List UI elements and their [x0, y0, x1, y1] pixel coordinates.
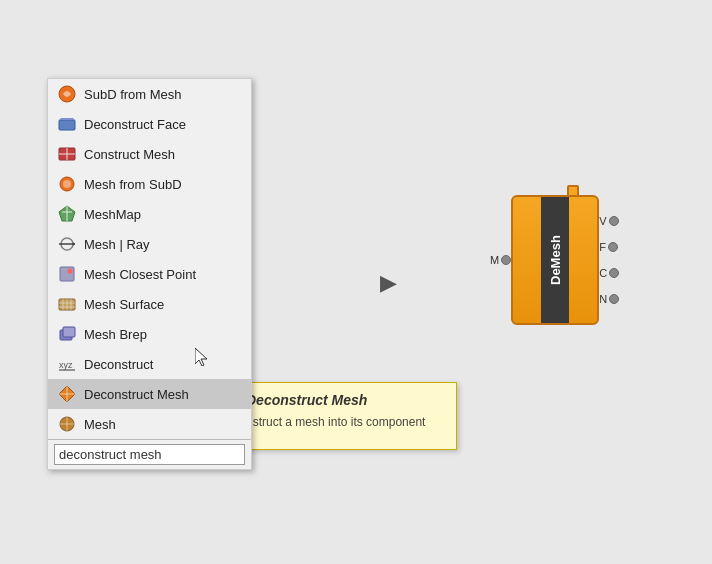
output-dot-v: [609, 216, 619, 226]
menu-label-mesh-brep: Mesh Brep: [84, 327, 147, 342]
node-body[interactable]: DeMesh: [511, 195, 599, 325]
output-pin-f: F: [599, 241, 619, 253]
output-label-v: V: [599, 215, 606, 227]
menu-item-subd-from-mesh[interactable]: SubD from Mesh: [48, 79, 251, 109]
flow-arrow: ▶: [380, 270, 397, 296]
menu-label-deconstruct-face: Deconstruct Face: [84, 117, 186, 132]
node-title: DeMesh: [541, 197, 569, 323]
output-pin-v: V: [599, 215, 619, 227]
menu-label-subd-from-mesh: SubD from Mesh: [84, 87, 182, 102]
mesh-closest-point-icon: [56, 263, 78, 285]
svg-marker-12: [73, 242, 75, 246]
node-inputs: M: [490, 250, 511, 270]
menu-label-meshmap: MeshMap: [84, 207, 141, 222]
menu-label-mesh-ray: Mesh | Ray: [84, 237, 150, 252]
tooltip-description: Deconstruct a mesh into its component pa…: [218, 415, 446, 443]
menu-label-mesh: Mesh: [84, 417, 116, 432]
menu-item-meshmap[interactable]: MeshMap: [48, 199, 251, 229]
input-label-m: M: [490, 254, 499, 266]
svg-rect-22: [63, 327, 75, 337]
menu-label-mesh-surface: Mesh Surface: [84, 297, 164, 312]
svg-point-6: [63, 180, 71, 188]
subd-from-mesh-icon: [56, 83, 78, 105]
mesh-surface-icon: [56, 293, 78, 315]
context-menu: SubD from Mesh Deconstruct Face Construc…: [47, 78, 252, 470]
node-top-connector: [567, 185, 579, 197]
output-dot-f: [608, 242, 618, 252]
menu-item-mesh-closest-point[interactable]: Mesh Closest Point: [48, 259, 251, 289]
svg-text:xyz: xyz: [59, 360, 73, 370]
mesh-from-subd-icon: [56, 173, 78, 195]
menu-label-deconstruct-mesh: Deconstruct Mesh: [84, 387, 189, 402]
tooltip-header: Deconstruct Mesh: [218, 389, 446, 411]
menu-item-construct-mesh[interactable]: Construct Mesh: [48, 139, 251, 169]
meshmap-icon: [56, 203, 78, 225]
menu-item-mesh-from-subd[interactable]: Mesh from SubD: [48, 169, 251, 199]
deconstruct-face-icon: [56, 113, 78, 135]
svg-rect-1: [59, 120, 75, 130]
menu-item-mesh[interactable]: Mesh: [48, 409, 251, 439]
output-pin-c: C: [599, 267, 619, 279]
menu-label-mesh-closest-point: Mesh Closest Point: [84, 267, 196, 282]
mesh-icon: [56, 413, 78, 435]
node-container: M DeMesh V F C N: [490, 195, 619, 325]
node-outputs: V F C N: [599, 208, 619, 312]
deconstruct-icon: xyz: [56, 353, 78, 375]
search-box: [48, 439, 251, 469]
output-dot-n: [609, 294, 619, 304]
construct-mesh-icon: [56, 143, 78, 165]
output-dot-c: [609, 268, 619, 278]
svg-point-14: [68, 269, 73, 274]
output-label-c: C: [599, 267, 607, 279]
node-left-panel: [513, 197, 541, 323]
menu-item-deconstruct-face[interactable]: Deconstruct Face: [48, 109, 251, 139]
input-pin-m: M: [490, 254, 511, 266]
mesh-brep-icon: [56, 323, 78, 345]
node-right-panel: [569, 197, 597, 323]
mesh-ray-icon: [56, 233, 78, 255]
menu-label-construct-mesh: Construct Mesh: [84, 147, 175, 162]
menu-item-mesh-ray[interactable]: Mesh | Ray: [48, 229, 251, 259]
svg-rect-13: [60, 267, 74, 281]
output-label-f: F: [599, 241, 606, 253]
output-pin-n: N: [599, 293, 619, 305]
menu-item-mesh-brep[interactable]: Mesh Brep: [48, 319, 251, 349]
menu-item-deconstruct[interactable]: xyz Deconstruct: [48, 349, 251, 379]
menu-label-mesh-from-subd: Mesh from SubD: [84, 177, 182, 192]
tooltip-title: Deconstruct Mesh: [246, 392, 367, 408]
search-input[interactable]: [54, 444, 245, 465]
deconstruct-mesh-icon: [56, 383, 78, 405]
output-label-n: N: [599, 293, 607, 305]
input-dot-m: [501, 255, 511, 265]
menu-label-deconstruct: Deconstruct: [84, 357, 153, 372]
menu-item-deconstruct-mesh[interactable]: Deconstruct Mesh: [48, 379, 251, 409]
menu-item-mesh-surface[interactable]: Mesh Surface: [48, 289, 251, 319]
